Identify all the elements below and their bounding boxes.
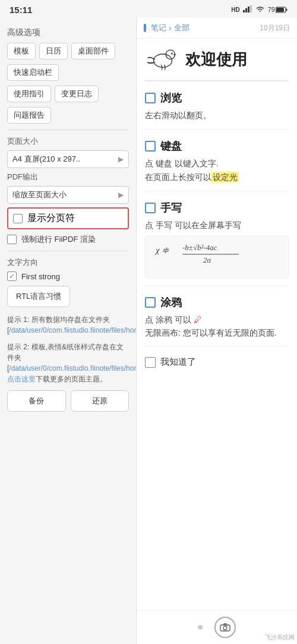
breadcrumb-all[interactable]: 全部	[174, 23, 189, 33]
handwrite-section: 手写 点 手写 可以在全屏幕手写 χ ≑ -b±√b²-4ac 2α	[145, 201, 289, 285]
welcome-section: 欢迎使用	[145, 45, 289, 81]
hint-1-path[interactable]: /data/user/0/com.fiistudio.fiinote/files…	[9, 326, 137, 334]
footer-dot	[198, 625, 203, 630]
show-page-break-checkbox[interactable]	[13, 214, 23, 223]
force-render-label: 强制进行 FiiPDF 渲染	[21, 234, 96, 245]
handwrite-icon	[145, 203, 156, 213]
wifi-icon	[255, 5, 265, 14]
browse-icon	[145, 93, 156, 103]
doodle-title: 涂鸦	[145, 295, 289, 310]
tags-row-3: 使用指引 变更日志	[7, 86, 129, 102]
page-size-title: 页面大小	[7, 136, 129, 147]
svg-rect-1	[245, 8, 247, 12]
keyboard-title: 键盘	[145, 139, 289, 153]
calendar-btn[interactable]: 日历	[39, 43, 68, 59]
svg-rect-6	[276, 8, 284, 12]
acknowledge-row: 我知道了	[145, 356, 289, 368]
keyboard-desc-2: 在页面上长按可以设定光	[145, 171, 289, 184]
page-size-dropdown[interactable]: A4 直屏(210 x 297.. ▶	[7, 150, 129, 168]
pdf-output-title: PDF输出	[7, 172, 129, 182]
status-bar: 15:11 HD 79	[0, 0, 297, 18]
breadcrumb-note[interactable]: 笔记	[151, 23, 166, 33]
keyboard-section: 键盘 点 键盘 以键入文字. 在页面上长按可以设定光	[145, 139, 289, 191]
doodle-icon	[145, 297, 156, 308]
formula-svg: χ ≑ -b±√b²-4ac 2α	[153, 241, 271, 271]
svg-rect-5	[286, 8, 287, 11]
hint-1: 提示 1: 所有数据均存盘在文件夹[/data/user/0/com.fiist…	[7, 314, 129, 336]
changelog-btn[interactable]: 变更日志	[55, 86, 99, 102]
keyboard-icon	[145, 141, 156, 151]
hint-2: 提示 2: 模板,表情&纸张样式存盘在文件夹[/data/user/0/com.…	[7, 342, 129, 384]
doodle-desc-1: 点 涂鸦 可以 🖊	[145, 313, 289, 326]
bug-report-btn[interactable]: 问题报告	[7, 107, 51, 124]
keyboard-desc-1: 点 键盘 以键入文字.	[145, 157, 289, 170]
doodle-section: 涂鸦 点 涂鸦 可以 🖊 无限画布: 您可以享有近无限的页面.	[145, 295, 289, 348]
text-direction-title: 文字方向	[7, 257, 129, 268]
svg-rect-3	[250, 5, 252, 12]
force-render-checkbox[interactable]	[7, 235, 17, 244]
pdf-output-value: 缩放至页面大小	[12, 190, 67, 200]
formula-area: χ ≑ -b±√b²-4ac 2α	[145, 236, 289, 278]
breadcrumb: 笔记 › 全部 10月19日	[137, 18, 297, 39]
note-content: 欢迎使用 浏览 左右滑动以翻页。 键盘 点 键盘 以键入文字. 在页面上长按可以…	[137, 39, 297, 610]
pencil-icon: 🖊	[194, 315, 202, 324]
camera-button[interactable]	[214, 617, 236, 638]
svg-point-7	[154, 54, 172, 67]
pdf-output-arrow: ▶	[118, 191, 124, 199]
restore-button[interactable]: 还原	[71, 390, 129, 412]
keyboard-highlight: 设定光	[211, 172, 239, 182]
svg-text:χ ≑: χ ≑	[154, 245, 169, 255]
divider-2	[7, 251, 129, 251]
show-page-break-row[interactable]: 显示分页符	[7, 207, 129, 229]
tags-row-1: 模板 日历 桌面部件	[7, 43, 129, 59]
bottom-buttons: 备份 还原	[7, 390, 129, 412]
battery-icon: 79	[268, 6, 287, 13]
svg-point-15	[223, 626, 227, 630]
watermark: 飞沙系统网	[265, 633, 295, 642]
acknowledge-label: 我知道了	[160, 356, 196, 368]
first-strong-label: First strong	[21, 272, 60, 281]
breadcrumb-sep: ›	[169, 23, 172, 33]
rtl-button[interactable]: RTL语言习惯	[7, 286, 70, 307]
force-render-row: 强制进行 FiiPDF 渲染	[7, 234, 129, 245]
welcome-text: 欢迎使用	[185, 49, 247, 70]
hint-2-end: 下载更多的页面主题。	[36, 375, 107, 383]
show-page-break-label: 显示分页符	[27, 212, 75, 225]
doodle-desc-2: 无限画布: 您可以享有近无限的页面.	[145, 326, 289, 339]
camera-icon	[220, 623, 230, 632]
svg-rect-2	[248, 7, 249, 12]
status-time: 15:11	[10, 5, 32, 15]
hint-2-path[interactable]: /data/user/0/com.fiistudio.fiinote/files…	[9, 364, 137, 372]
svg-text:-b±√b²-4ac: -b±√b²-4ac	[182, 243, 217, 252]
handwrite-title: 手写	[145, 201, 289, 215]
svg-text:2α: 2α	[203, 255, 212, 264]
browse-desc: 左右滑动以翻页。	[145, 109, 289, 122]
quick-launch-btn[interactable]: 快速启动栏	[7, 64, 59, 81]
main-container: 高级选项 模板 日历 桌面部件 快速启动栏 使用指引 变更日志 问题报告 页面大…	[0, 18, 297, 644]
svg-point-9	[171, 53, 173, 55]
hd-badge: HD	[231, 7, 239, 13]
first-strong-row: First strong	[7, 272, 129, 281]
page-size-arrow: ▶	[118, 155, 124, 163]
desktop-widget-btn[interactable]: 桌面部件	[71, 43, 115, 59]
advanced-options-title: 高级选项	[7, 27, 129, 38]
breadcrumb-date: 10月19日	[260, 23, 290, 33]
guide-btn[interactable]: 使用指引	[7, 86, 51, 102]
page-size-value: A4 直屏(210 x 297..	[12, 154, 80, 165]
tags-row-2: 快速启动栏	[7, 64, 129, 81]
browse-section: 浏览 左右滑动以翻页。	[145, 91, 289, 130]
pdf-output-dropdown[interactable]: 缩放至页面大小 ▶	[7, 186, 129, 204]
bird-illustration	[145, 45, 181, 74]
hint-2-link[interactable]: 点击这里	[7, 375, 36, 383]
breadcrumb-bar	[144, 24, 146, 32]
backup-button[interactable]: 备份	[7, 390, 66, 412]
template-btn[interactable]: 模板	[7, 43, 36, 59]
acknowledge-checkbox[interactable]	[145, 357, 156, 368]
tags-row-4: 问题报告	[7, 107, 129, 124]
svg-rect-0	[243, 10, 245, 12]
right-panel: 笔记 › 全部 10月19日 欢迎使用	[137, 18, 297, 644]
left-panel: 高级选项 模板 日历 桌面部件 快速启动栏 使用指引 变更日志 问题报告 页面大…	[0, 18, 137, 644]
signal-icon	[243, 5, 252, 14]
first-strong-checkbox[interactable]	[7, 272, 17, 281]
status-icons: HD 79	[231, 5, 287, 14]
